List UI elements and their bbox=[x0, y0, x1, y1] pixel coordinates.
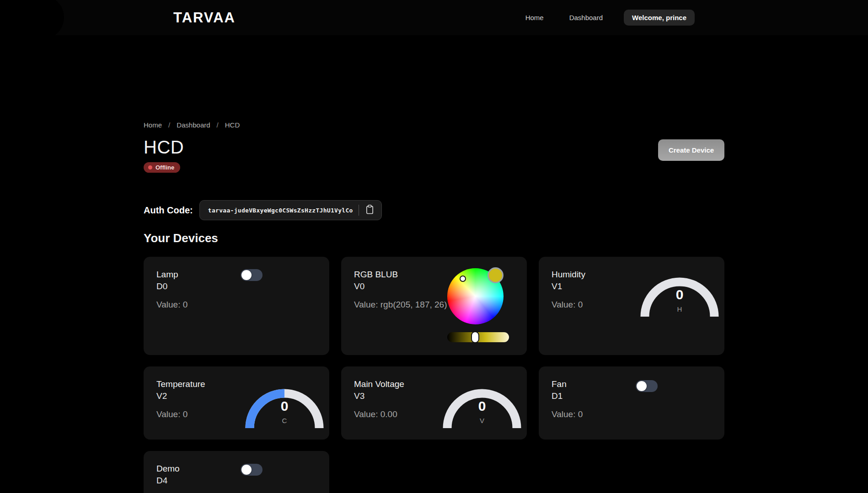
status-dot-icon bbox=[148, 165, 152, 170]
device-card-demo: Demo D4 bbox=[144, 451, 329, 493]
toggle-knob bbox=[241, 270, 252, 280]
device-pin: D1 bbox=[552, 390, 712, 402]
humidity-gauge: 0 H bbox=[638, 273, 721, 318]
gauge-value: 0 bbox=[243, 398, 326, 414]
auth-code-box: tarvaa-judeVBxyeWgc0CSWsZsHzzTJhU1VylCo bbox=[199, 200, 382, 220]
breadcrumb-current: HCD bbox=[225, 121, 240, 129]
device-value: Value: 0 bbox=[156, 299, 250, 311]
page-title: HCD bbox=[144, 136, 184, 158]
auth-code-section: Auth Code: tarvaa-judeVBxyeWgc0CSWsZsHzz… bbox=[144, 200, 724, 220]
device-card-rgb-blub: RGB BLUB V0 Value: rgb(205, 187, 26) bbox=[341, 257, 527, 355]
device-name: Lamp bbox=[156, 269, 316, 281]
device-card-humidity: Humidity V1 Value: 0 0 H bbox=[539, 257, 724, 355]
device-pin: D0 bbox=[156, 281, 316, 292]
toggle-knob bbox=[241, 465, 252, 475]
device-card-main-voltage: Main Voltage V3 Value: 0.00 0 V bbox=[341, 366, 527, 440]
device-card-lamp: Lamp D0 Value: 0 bbox=[144, 257, 329, 355]
auth-code-label: Auth Code: bbox=[144, 205, 193, 216]
demo-toggle-switch[interactable] bbox=[241, 464, 263, 476]
nav-links: Home Dashboard Welcome, prince bbox=[521, 10, 695, 26]
device-card-fan: Fan D1 Value: 0 bbox=[539, 366, 724, 440]
toggle-knob bbox=[637, 381, 647, 391]
breadcrumb-home[interactable]: Home bbox=[144, 121, 162, 129]
gauge-unit: C bbox=[243, 417, 326, 424]
gauge-unit: H bbox=[638, 305, 721, 313]
divider bbox=[359, 205, 359, 216]
welcome-user-button[interactable]: Welcome, prince bbox=[624, 10, 695, 26]
gauge-unit: V bbox=[441, 417, 523, 424]
gauge-value: 0 bbox=[638, 287, 721, 302]
device-value: Value: 0 bbox=[552, 299, 645, 311]
create-device-button[interactable]: Create Device bbox=[658, 139, 724, 161]
color-wheel-marker[interactable] bbox=[460, 276, 466, 282]
copy-button[interactable] bbox=[364, 203, 375, 217]
gauge-value: 0 bbox=[441, 398, 523, 414]
main-content: Home / Dashboard / HCD HCD Offline Creat… bbox=[144, 35, 724, 493]
device-name: Demo bbox=[156, 463, 316, 475]
devices-heading: Your Devices bbox=[144, 231, 724, 245]
selected-color-preview bbox=[488, 267, 504, 283]
breadcrumb-separator: / bbox=[168, 121, 170, 129]
nav-link-home[interactable]: Home bbox=[521, 10, 548, 25]
navbar-decoration bbox=[0, 0, 64, 35]
status-badge: Offline bbox=[144, 162, 180, 173]
device-value: Value: 0 bbox=[156, 408, 250, 420]
clipboard-icon bbox=[365, 204, 374, 216]
brand-logo[interactable]: TARVAA bbox=[173, 10, 236, 26]
fan-toggle-switch[interactable] bbox=[636, 380, 658, 392]
navbar: TARVAA Home Dashboard Welcome, prince bbox=[0, 0, 868, 35]
breadcrumb-dashboard[interactable]: Dashboard bbox=[177, 121, 210, 129]
lamp-toggle-switch[interactable] bbox=[241, 269, 263, 281]
device-value: Value: 0.00 bbox=[354, 408, 448, 420]
device-grid: Lamp D0 Value: 0 RGB BLUB V0 Value: rgb(… bbox=[144, 257, 724, 493]
auth-code-value: tarvaa-judeVBxyeWgc0CSWsZsHzzTJhU1VylCo bbox=[208, 207, 353, 214]
breadcrumb: Home / Dashboard / HCD bbox=[144, 121, 724, 129]
breadcrumb-separator: / bbox=[217, 121, 219, 129]
device-name: Fan bbox=[552, 378, 712, 390]
device-value: Value: rgb(205, 187, 26) bbox=[354, 299, 448, 311]
color-picker bbox=[447, 268, 509, 342]
device-pin: D4 bbox=[156, 475, 316, 487]
nav-link-dashboard[interactable]: Dashboard bbox=[565, 10, 607, 25]
slider-thumb[interactable] bbox=[471, 331, 479, 343]
temperature-gauge: 0 C bbox=[243, 385, 326, 429]
voltage-gauge: 0 V bbox=[441, 385, 523, 429]
color-wheel[interactable] bbox=[447, 268, 504, 324]
status-label: Offline bbox=[155, 164, 174, 171]
brightness-slider[interactable] bbox=[447, 332, 509, 342]
device-card-temperature: Temperature V2 Value: 0 0 C bbox=[144, 366, 329, 440]
device-value: Value: 0 bbox=[552, 408, 645, 420]
